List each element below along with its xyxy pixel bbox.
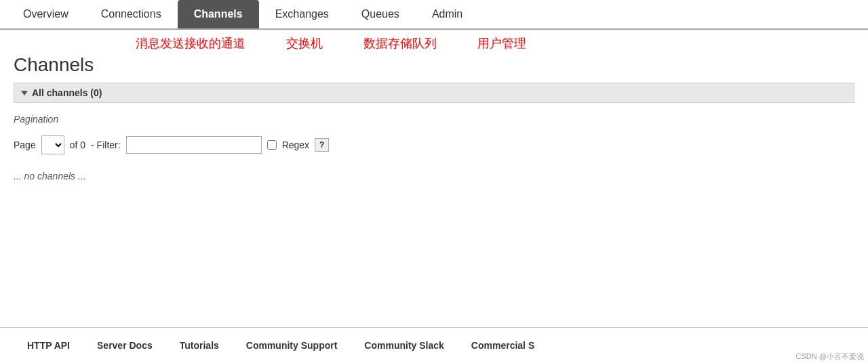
page-label: Page [14, 140, 36, 150]
nav-channels[interactable]: Channels [178, 0, 259, 28]
pagination-section: Pagination Page of 0 - Filter: Regex ? [14, 103, 854, 157]
regex-label: Regex [282, 140, 309, 150]
nav-overview[interactable]: Overview [7, 0, 85, 28]
regex-help-button[interactable]: ? [315, 138, 329, 152]
of-text: of 0 [70, 140, 85, 150]
page-select[interactable] [41, 135, 64, 154]
all-channels-label: All channels (0) [32, 87, 102, 98]
top-nav: Overview Connections Channels Exchanges … [0, 0, 868, 30]
annotation-exchanges: 交换机 [286, 35, 323, 51]
pagination-controls: Page of 0 - Filter: Regex ? [14, 133, 854, 157]
regex-checkbox[interactable] [267, 140, 277, 150]
page-title: Channels [14, 51, 854, 83]
annotation-queues: 数据存储队列 [363, 35, 437, 51]
nav-admin[interactable]: Admin [416, 0, 479, 28]
filter-input[interactable] [126, 136, 262, 154]
nav-connections[interactable]: Connections [85, 0, 178, 28]
annotation-row: 消息发送接收的通道 交换机 数据存储队列 用户管理 [136, 30, 868, 51]
annotation-admin: 用户管理 [477, 35, 526, 51]
annotation-channels: 消息发送接收的通道 [136, 35, 245, 51]
collapse-icon [21, 91, 28, 95]
nav-queues[interactable]: Queues [345, 0, 416, 28]
all-channels-bar[interactable]: All channels (0) [14, 83, 854, 103]
pagination-label: Pagination [14, 114, 854, 125]
no-channels-message: ... no channels ... [14, 157, 854, 195]
main-content: Channels All channels (0) Pagination Pag… [0, 51, 868, 195]
filter-label: - Filter: [91, 140, 121, 150]
nav-exchanges[interactable]: Exchanges [259, 0, 345, 28]
